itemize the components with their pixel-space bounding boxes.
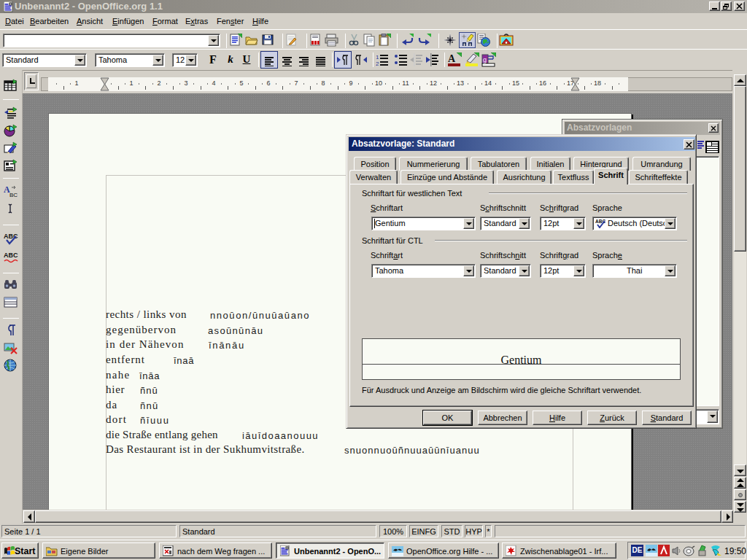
svg-text:A: A <box>448 53 456 64</box>
svg-text:BC: BC <box>9 192 18 198</box>
svg-text:2: 2 <box>376 61 379 66</box>
svg-text:ABC: ABC <box>4 252 18 259</box>
svg-text:g: g <box>483 56 487 63</box>
svg-text:1: 1 <box>376 54 379 61</box>
